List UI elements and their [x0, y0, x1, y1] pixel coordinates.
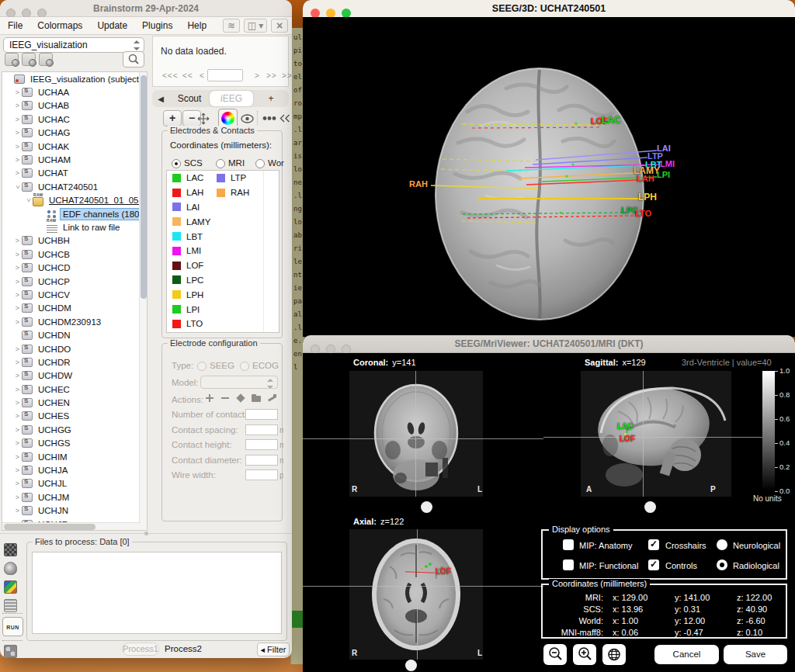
- conditions-icon-button[interactable]: [22, 53, 36, 66]
- tab-back-arrow[interactable]: ◀: [152, 95, 169, 103]
- electrode-3d-label[interactable]: LAH: [637, 174, 654, 183]
- tree-item[interactable]: UCHGS: [2, 437, 147, 450]
- tree-item[interactable]: UCHCD: [2, 261, 147, 274]
- field-input[interactable]: [245, 469, 278, 480]
- expander-icon[interactable]: [13, 183, 22, 191]
- action-remove-icon[interactable]: [220, 393, 231, 404]
- coronal-slice-slider[interactable]: [421, 501, 432, 513]
- expander-icon[interactable]: [13, 129, 22, 137]
- expander-icon[interactable]: [13, 251, 22, 258]
- expander-icon[interactable]: [13, 345, 22, 353]
- tree-item[interactable]: UCHJN: [2, 504, 147, 518]
- subjects-icon-button[interactable]: [5, 53, 19, 66]
- expander-icon[interactable]: [13, 291, 22, 299]
- electrode-list[interactable]: LAC LAH LAI LAMY: [166, 170, 279, 333]
- radio-scs[interactable]: [172, 159, 181, 168]
- menu-help[interactable]: Help: [187, 20, 207, 31]
- menu-file[interactable]: File: [8, 20, 23, 31]
- contacts-display-icon[interactable]: [262, 115, 276, 122]
- expander-icon[interactable]: [13, 143, 22, 151]
- tree-item[interactable]: UCHEC: [2, 383, 147, 396]
- electrode-item[interactable]: LAI: [167, 200, 279, 215]
- tree-item[interactable]: UCHJM: [2, 490, 147, 504]
- colorbar[interactable]: [762, 371, 775, 490]
- expander-icon[interactable]: [13, 466, 22, 474]
- menu-plugins[interactable]: Plugins: [142, 20, 172, 31]
- tab-scout[interactable]: Scout: [169, 93, 210, 104]
- electrode-item[interactable]: LAMY: [167, 214, 279, 229]
- cancel-button[interactable]: Cancel: [654, 645, 719, 664]
- sagittal-electrode-marker-lof[interactable]: LOF: [620, 435, 635, 443]
- electrode-item[interactable]: LTO: [167, 317, 279, 331]
- process-results-icon[interactable]: [4, 580, 17, 594]
- axial-slice-slider[interactable]: [405, 660, 417, 671]
- electrode-item[interactable]: LMI: [167, 244, 279, 258]
- tree-item[interactable]: UCHAG: [2, 126, 147, 140]
- expander-icon[interactable]: [13, 439, 22, 447]
- close-panel-icon[interactable]: ×: [271, 19, 288, 33]
- tree-item[interactable]: IEEG_visualization (subjects): [2, 72, 147, 85]
- tree-item[interactable]: UCHIM: [2, 450, 147, 463]
- functional-icon-button[interactable]: [39, 53, 53, 66]
- expander-icon[interactable]: [13, 412, 22, 420]
- tree-item[interactable]: UCHJA: [2, 463, 147, 476]
- radio-world-label[interactable]: Wor: [268, 158, 284, 168]
- axial-slice-view[interactable]: [349, 529, 483, 660]
- tree-item[interactable]: UCHBH: [2, 234, 147, 248]
- eye-icon[interactable]: [241, 114, 254, 123]
- pipeline-icon[interactable]: [4, 645, 17, 658]
- radio-radiological-label[interactable]: Radiological: [733, 561, 779, 570]
- tree-item[interactable]: Link to raw file: [2, 220, 147, 234]
- field-input[interactable]: [245, 409, 278, 420]
- zoom-window-button[interactable]: [342, 9, 351, 18]
- expander-icon[interactable]: [13, 156, 22, 164]
- expander-icon[interactable]: [13, 426, 22, 434]
- set-coordinates-button[interactable]: [602, 644, 626, 665]
- run-button[interactable]: RUN: [2, 617, 23, 636]
- save-button[interactable]: Save: [724, 645, 787, 664]
- tab-add[interactable]: +: [253, 93, 289, 104]
- nav-first-button[interactable]: <<<: [162, 71, 179, 80]
- expander-icon[interactable]: [13, 480, 22, 487]
- radio-mri[interactable]: [216, 159, 225, 168]
- zoom-out-button[interactable]: [543, 644, 567, 665]
- electrode-item[interactable]: LTP: [211, 171, 249, 185]
- brain-3d-view[interactable]: LOF LAC RAH LAI LTP LMI LBT LAMY LPI LAH…: [303, 17, 795, 337]
- checkbox-mip-anatomy-label[interactable]: MIP: Anatomy: [579, 541, 632, 550]
- checkbox-mip-functional-label[interactable]: MIP: Functional: [579, 561, 638, 570]
- action-add-icon[interactable]: [204, 393, 215, 404]
- menu-update[interactable]: Update: [97, 20, 127, 31]
- nav-prev-button[interactable]: <: [200, 71, 205, 80]
- radio-neurological[interactable]: [717, 539, 727, 550]
- action-export-icon[interactable]: [266, 393, 277, 404]
- tree-item[interactable]: UCHCP: [2, 275, 147, 288]
- electrode-3d-label[interactable]: LMI: [660, 159, 675, 168]
- tree-item[interactable]: UCHAA: [2, 85, 147, 99]
- minimize-window-button[interactable]: [326, 9, 335, 18]
- close-window-button[interactable]: [311, 9, 320, 18]
- expander-icon[interactable]: [13, 359, 22, 366]
- field-input[interactable]: [245, 439, 278, 450]
- checkbox-controls-label[interactable]: Controls: [665, 561, 697, 570]
- process-anatomy-icon[interactable]: [4, 562, 17, 575]
- expander-icon[interactable]: [24, 196, 33, 204]
- tree-item[interactable]: UCHDM: [2, 302, 147, 315]
- radio-seeg[interactable]: [197, 362, 207, 371]
- splitter-handle[interactable]: [144, 532, 148, 535]
- expander-icon[interactable]: [13, 237, 22, 244]
- expander-icon[interactable]: [13, 88, 22, 96]
- tree-item[interactable]: UCHEN: [2, 396, 147, 409]
- nav-prev-page-button[interactable]: <<: [182, 71, 193, 80]
- scrollbar-thumb[interactable]: [141, 75, 147, 299]
- tree-item[interactable]: EDF channels (180): [2, 207, 147, 220]
- tree-item[interactable]: UCHAC: [2, 113, 147, 126]
- page-input[interactable]: [207, 69, 243, 81]
- menu-colormaps[interactable]: Colormaps: [37, 20, 82, 31]
- electrode-3d-label[interactable]: LPI: [657, 170, 670, 179]
- collapse-arrows-icon[interactable]: [279, 114, 290, 123]
- tree-item[interactable]: UCHGG: [2, 423, 147, 436]
- expander-icon[interactable]: [13, 278, 22, 286]
- nav-next-button[interactable]: >: [255, 71, 260, 80]
- tree-item[interactable]: UCHAB: [2, 99, 147, 113]
- model-select[interactable]: [200, 376, 278, 389]
